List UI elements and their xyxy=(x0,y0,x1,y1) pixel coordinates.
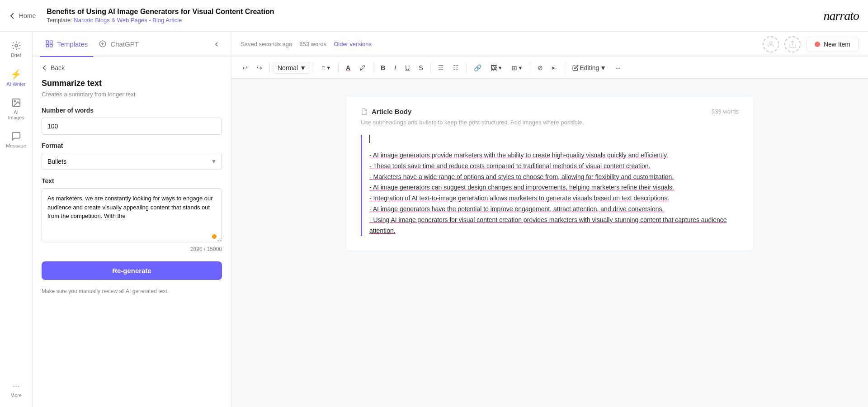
word-count: 653 words xyxy=(299,41,326,47)
sidebar-label-more: More xyxy=(10,393,22,398)
highlight-icon: 🖊 xyxy=(359,64,366,71)
template-prefix: Template: xyxy=(47,17,72,24)
sidebar-item-more[interactable]: ··· More xyxy=(2,377,31,402)
align-button[interactable]: ≡ ▼ xyxy=(318,62,335,73)
section-title-text: Article Body xyxy=(372,108,411,115)
older-versions-link[interactable]: Older versions xyxy=(334,41,372,47)
editor-area: Saved seconds ago 653 words Older versio… xyxy=(231,32,868,407)
char-count: 2890 / 15000 xyxy=(42,246,222,252)
editor-topbar-right: New Item xyxy=(763,36,859,52)
doc-title: Benefits of Using AI Image Generators fo… xyxy=(47,8,823,16)
highlight-button[interactable]: 🖊 xyxy=(356,62,369,73)
regenerate-button[interactable]: Re-generate xyxy=(42,261,222,280)
svg-rect-3 xyxy=(46,41,48,43)
bullet-2: These tools save time and reduce costs c… xyxy=(369,161,739,172)
edit-mode-button[interactable]: Editing ▼ xyxy=(569,62,610,73)
format-label: Format xyxy=(42,142,222,149)
editor-topbar: Saved seconds ago 653 words Older versio… xyxy=(231,32,868,57)
underline-button[interactable]: U xyxy=(401,62,413,73)
save-status: Saved seconds ago xyxy=(241,41,292,47)
new-item-button[interactable]: New Item xyxy=(806,37,859,52)
sidebar-label-ai-images: AI Images xyxy=(5,109,27,120)
tab-templates[interactable]: Templates xyxy=(40,32,93,57)
tab-chatgpt-label: ChatGPT xyxy=(110,40,139,48)
toolbar-divider-8 xyxy=(565,62,565,73)
article-section-header: Article Body 539 words xyxy=(361,108,739,115)
tab-templates-label: Templates xyxy=(57,40,88,48)
text-color-button[interactable]: A xyxy=(342,62,354,73)
svg-rect-5 xyxy=(46,45,48,47)
words-input[interactable] xyxy=(42,118,222,135)
clear-format-button[interactable]: ⊘ xyxy=(534,62,547,73)
doc-subtitle: Template: Narrato Blogs & Web Pages - Bl… xyxy=(47,17,823,24)
document-icon xyxy=(361,108,368,115)
sidebar-item-message[interactable]: Message xyxy=(2,127,31,153)
toolbar-divider-2 xyxy=(314,62,314,73)
sidebar-label-message: Message xyxy=(6,143,26,148)
paragraph-style-select[interactable]: Normal ▼ xyxy=(274,62,310,74)
toolbar-divider-3 xyxy=(338,62,339,73)
toolbar-divider-7 xyxy=(530,62,530,73)
panel-content: Back Summarize text Creates a summary fr… xyxy=(33,57,231,407)
editing-chevron-icon: ▼ xyxy=(600,64,606,71)
dots-icon: ··· xyxy=(13,381,19,391)
sidebar-item-ai-images[interactable]: AI Images xyxy=(2,93,31,125)
text-label: Text xyxy=(42,177,222,185)
editing-label: Editing xyxy=(580,64,599,71)
panel-tabs: Templates ChatGPT xyxy=(33,32,231,57)
panel-title: Summarize text xyxy=(42,79,222,88)
svg-rect-6 xyxy=(50,45,52,47)
text-textarea[interactable]: As marketers, we are constantly looking … xyxy=(42,188,222,242)
redo-button[interactable]: ↪ xyxy=(253,62,266,73)
bullet-5: Integration of AI text-to-image generati… xyxy=(369,193,739,204)
article-body[interactable]: AI image generators provide marketers wi… xyxy=(361,135,739,236)
sidebar-item-brief[interactable]: Brief xyxy=(2,36,31,62)
toolbar-divider-4 xyxy=(373,62,373,73)
toolbar-divider-5 xyxy=(430,62,431,73)
new-item-dot xyxy=(815,42,820,47)
strikethrough-button[interactable]: S xyxy=(415,62,426,73)
left-panel: Templates ChatGPT Back Su xyxy=(33,32,231,407)
svg-point-8 xyxy=(769,42,772,44)
bullet-1: AI image generators provide marketers wi… xyxy=(369,150,739,161)
italic-button[interactable]: I xyxy=(391,62,400,73)
avatar-button[interactable] xyxy=(763,36,779,52)
text-color-icon: A xyxy=(346,64,350,71)
paragraph-chevron-icon: ▼ xyxy=(300,64,306,71)
bullet-6: AI image generators have the potential t… xyxy=(369,204,739,215)
more-options-button[interactable]: ··· xyxy=(612,62,624,73)
svg-rect-4 xyxy=(50,41,52,43)
sidebar-icons: Brief ⚡ AI Writer AI Images Message ··· … xyxy=(0,32,33,407)
topbar: Home Benefits of Using AI Image Generato… xyxy=(0,0,868,32)
section-word-count: 539 words xyxy=(712,108,739,115)
share-button[interactable] xyxy=(784,36,801,52)
panel-collapse-button[interactable] xyxy=(209,37,224,52)
editor-content[interactable]: Article Body 539 words Use subheadings a… xyxy=(231,79,868,407)
article-bullet-list: AI image generators provide marketers wi… xyxy=(369,150,739,236)
back-button[interactable]: Back xyxy=(42,64,222,71)
ordered-list-button[interactable]: ☷ xyxy=(449,62,462,73)
indent-decrease-button[interactable]: ⇤ xyxy=(548,62,561,73)
link-button[interactable]: 🔗 xyxy=(470,62,485,73)
bullet-7: Using AI image generators for visual con… xyxy=(369,215,739,237)
bullet-list-button[interactable]: ☰ xyxy=(434,62,448,73)
svg-point-2 xyxy=(14,100,15,102)
tab-chatgpt[interactable]: ChatGPT xyxy=(93,32,144,57)
undo-button[interactable]: ↩ xyxy=(239,62,251,73)
home-link[interactable]: Home xyxy=(9,12,36,19)
template-link[interactable]: Narrato Blogs & Web Pages - Blog Article xyxy=(74,17,182,24)
format-select[interactable]: Bullets Paragraph Numbered List xyxy=(42,153,222,170)
bullet-4: AI image generators can suggest design c… xyxy=(369,182,739,193)
image-button[interactable]: 🖼 ▼ xyxy=(487,62,506,73)
home-label: Home xyxy=(19,12,36,19)
table-button[interactable]: ⊞ ▼ xyxy=(508,62,527,73)
article-section: Article Body 539 words Use subheadings a… xyxy=(346,97,753,251)
words-label: Number of words xyxy=(42,107,222,114)
bold-button[interactable]: B xyxy=(377,62,389,73)
back-label: Back xyxy=(51,64,65,71)
panel-desc: Creates a summary from longer text xyxy=(42,91,222,98)
new-item-label: New Item xyxy=(824,41,850,48)
section-hint: Use subheadings and bullets to keep the … xyxy=(361,119,739,126)
bullet-3: Marketers have a wide range of options a… xyxy=(369,172,739,183)
sidebar-item-ai-writer[interactable]: ⚡ AI Writer xyxy=(2,64,31,91)
